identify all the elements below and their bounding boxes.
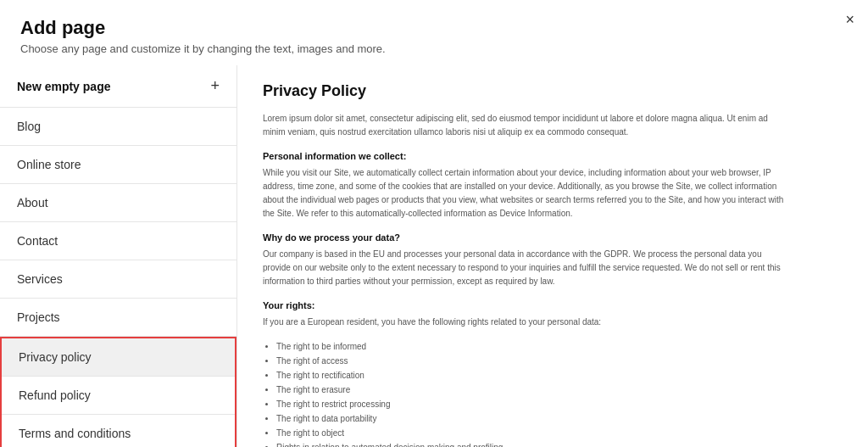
sidebar-item-services[interactable]: Services xyxy=(0,260,236,299)
list-item: The right to rectification xyxy=(276,368,788,383)
preview-intro-text: Lorem ipsum dolor sit amet, consectetur … xyxy=(263,112,788,139)
sidebar-item-label: Projects xyxy=(17,310,60,324)
list-item: Rights in relation to automated decision… xyxy=(276,440,788,447)
new-empty-page-button[interactable]: New empty page + xyxy=(0,65,236,108)
content-preview-area: Privacy Policy Lorem ipsum dolor sit ame… xyxy=(237,65,868,447)
list-item: The right to data portability xyxy=(276,411,788,426)
highlighted-pages-group: Privacy policy Refund policy Terms and c… xyxy=(0,337,236,447)
sidebar-item-label: Online store xyxy=(17,158,81,171)
preview-section-content-2: If you are a European resident, you have… xyxy=(263,316,788,329)
sidebar-item-label: Blog xyxy=(17,120,41,133)
modal-subtitle: Choose any page and customize it by chan… xyxy=(20,42,848,55)
preview-section-title-1: Why do we process your data? xyxy=(263,232,788,243)
sidebar-item-projects[interactable]: Projects xyxy=(0,299,236,337)
preview-rights-list: The right to be informed The right of ac… xyxy=(263,339,788,447)
sidebar-item-label: Contact xyxy=(17,234,58,248)
close-button[interactable]: × xyxy=(845,12,854,27)
preview-content: Privacy Policy Lorem ipsum dolor sit ame… xyxy=(263,82,788,447)
preview-section-content-0: While you visit our Site, we automatical… xyxy=(263,166,788,221)
sidebar-item-refund-policy[interactable]: Refund policy xyxy=(2,377,235,415)
sidebar-item-terms-and-conditions[interactable]: Terms and conditions xyxy=(2,415,235,447)
preview-section-title-0: Personal information we collect: xyxy=(263,151,788,161)
list-item: The right of access xyxy=(276,354,788,368)
modal-body: New empty page + Blog Online store About… xyxy=(0,65,868,447)
sidebar-item-label: Privacy policy xyxy=(19,350,92,364)
list-item: The right to be informed xyxy=(276,339,788,354)
sidebar-item-blog[interactable]: Blog xyxy=(0,108,236,146)
preview-page-title: Privacy Policy xyxy=(263,82,788,100)
sidebar-item-contact[interactable]: Contact xyxy=(0,222,236,260)
new-page-label: New empty page xyxy=(17,80,110,93)
modal-header: Add page Choose any page and customize i… xyxy=(0,0,868,65)
sidebar-item-label: Services xyxy=(17,272,63,286)
preview-section-title-2: Your rights: xyxy=(263,300,788,310)
modal-overlay: Add page Choose any page and customize i… xyxy=(0,0,868,447)
sidebar: New empty page + Blog Online store About… xyxy=(0,65,237,447)
list-item: The right to restrict processing xyxy=(276,397,788,411)
list-item: The right to object xyxy=(276,426,788,440)
sidebar-item-privacy-policy[interactable]: Privacy policy xyxy=(2,338,235,377)
sidebar-item-label: About xyxy=(17,196,48,210)
add-page-modal: Add page Choose any page and customize i… xyxy=(0,0,868,447)
plus-icon: + xyxy=(210,77,220,95)
list-item: The right to erasure xyxy=(276,383,788,397)
sidebar-item-label: Refund policy xyxy=(19,388,91,402)
modal-title: Add page xyxy=(20,17,848,39)
sidebar-item-about[interactable]: About xyxy=(0,184,236,222)
sidebar-item-label: Terms and conditions xyxy=(19,427,131,440)
preview-section-content-1: Our company is based in the EU and proce… xyxy=(263,248,788,288)
sidebar-item-online-store[interactable]: Online store xyxy=(0,146,236,184)
